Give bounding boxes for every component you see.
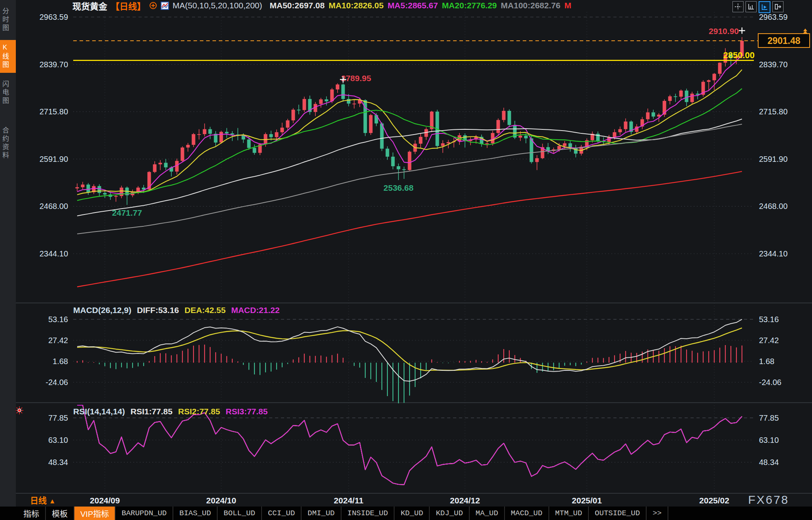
svg-text:2839.70: 2839.70 [40, 60, 68, 69]
svg-text:2468.00: 2468.00 [759, 202, 787, 211]
tab-vip指标[interactable]: VIP指标 [74, 507, 116, 520]
axis-chart-icon[interactable] [746, 1, 757, 12]
trading-app-window: { "sidebar": { "items": [ {"label": "分时图… [0, 0, 812, 520]
panel-arrow-icon[interactable] [772, 1, 784, 12]
svg-text:2471.77: 2471.77 [112, 208, 142, 217]
svg-text:48.34: 48.34 [48, 458, 68, 467]
svg-text:2910.90: 2910.90 [709, 27, 739, 36]
svg-text:2963.59: 2963.59 [40, 13, 68, 21]
ma-value-0: MA50:2697.08 [270, 1, 325, 10]
svg-text:1.68: 1.68 [53, 357, 68, 366]
svg-text:1.68: 1.68 [759, 357, 774, 366]
svg-text:2024/10: 2024/10 [206, 496, 236, 505]
chart-toolbar [732, 1, 784, 13]
indicator-tabbar: 指标模板VIP指标BARUPDN_UDBIAS_UDBOLL_UDCCI_UDD… [0, 507, 812, 520]
tab-outside-ud[interactable]: OUTSIDE_UD [589, 507, 647, 520]
svg-text:2901.48: 2901.48 [767, 36, 800, 46]
rsi1-value: RSI1:77.85 [131, 407, 173, 416]
svg-text:-24.06: -24.06 [759, 378, 782, 387]
rsi-header: RSI(14,14,14)RSI1:77.85RSI2:77.85RSI3:77… [73, 407, 273, 416]
tab-ma-ud[interactable]: MA_UD [470, 507, 505, 520]
ma-settings-label: MA(50,10,5,20,100,200) [173, 1, 262, 10]
sidebar-item-0[interactable]: 分时图 [0, 4, 16, 36]
tab-macd-ud[interactable]: MACD_UD [505, 507, 549, 520]
svg-text:63.10: 63.10 [48, 436, 68, 444]
svg-text:77.85: 77.85 [48, 414, 68, 422]
svg-text:2468.00: 2468.00 [40, 202, 68, 211]
triangle-up-icon: ▲ [49, 497, 56, 505]
ma-values: MA50:2697.08MA10:2826.05MA5:2865.67MA20:… [266, 1, 571, 10]
tab-bias-ud[interactable]: BIAS_UD [173, 507, 218, 520]
candles-layer [76, 37, 744, 205]
sidebar-item-2[interactable]: 闪电图 [0, 77, 16, 109]
macd-title: MACD(26,12,9) [73, 306, 131, 315]
tab-dmi-ud[interactable]: DMI_UD [302, 507, 341, 520]
tab-barupdn-ud[interactable]: BARUPDN_UD [116, 507, 173, 520]
svg-text:2715.80: 2715.80 [759, 107, 787, 116]
chart-canvas[interactable]: 2850.002901.482471.772789.952536.682910.… [0, 0, 812, 507]
macd-dea-value: DEA:42.55 [184, 306, 226, 315]
period-bottom-text: 日线 [30, 496, 47, 505]
svg-text:2024/09: 2024/09 [90, 496, 120, 505]
period-tag[interactable]: 【日线】 [111, 0, 146, 12]
svg-text:77.85: 77.85 [759, 414, 779, 422]
ma-value-2: MA5:2865.67 [387, 1, 438, 10]
svg-text:2025/01: 2025/01 [572, 496, 602, 505]
svg-text:53.16: 53.16 [48, 315, 68, 324]
svg-text:2025/02: 2025/02 [699, 496, 729, 505]
circle-plus-icon[interactable] [149, 2, 157, 9]
svg-text:48.34: 48.34 [759, 458, 779, 467]
axis-labels-layer: 2963.592963.592839.702839.702715.802715.… [40, 13, 788, 505]
macd-diff-value: DIFF:53.16 [137, 306, 179, 315]
tab-kd-ud[interactable]: KD_UD [395, 507, 430, 520]
tab-mtm-ud[interactable]: MTM_UD [549, 507, 589, 520]
sidebar-item-1[interactable]: K线图 [0, 40, 16, 73]
tab-inside-ud[interactable]: INSIDE_UD [341, 507, 395, 520]
svg-text:2850.00: 2850.00 [723, 50, 755, 60]
tab-指标[interactable]: 指标 [17, 507, 46, 520]
levels-layer: 2850.002901.48 [73, 28, 810, 61]
svg-text:2024/11: 2024/11 [334, 496, 364, 505]
macd-header: MACD(26,12,9)DIFF:53.16DEA:42.55MACD:21.… [73, 306, 285, 315]
svg-text:2591.90: 2591.90 [40, 155, 68, 163]
rsi-title: RSI(14,14,14) [73, 407, 125, 416]
tab-cci-ud[interactable]: CCI_UD [262, 507, 302, 520]
svg-text:2344.10: 2344.10 [759, 249, 787, 258]
ma-value-4: MA100:2682.76 [501, 1, 561, 10]
svg-text:2024/12: 2024/12 [450, 496, 480, 505]
rsi3-value: RSI3:77.85 [226, 407, 268, 416]
svg-text:2839.70: 2839.70 [759, 60, 787, 69]
svg-text:2789.95: 2789.95 [341, 74, 371, 83]
tab-boll-ud[interactable]: BOLL_UD [218, 507, 262, 520]
svg-text:2715.80: 2715.80 [40, 107, 68, 116]
left-sidebar: 分时图K线图闪电图合约资料 [0, 0, 16, 507]
svg-text:2591.90: 2591.90 [759, 155, 787, 163]
svg-text:27.42: 27.42 [48, 336, 68, 345]
alert-sun-icon[interactable] [15, 406, 24, 415]
symbol-name: 现货黄金 [72, 0, 107, 12]
tab-kdj-ud[interactable]: KDJ_UD [430, 507, 469, 520]
axis-play-icon[interactable] [759, 1, 770, 13]
ma-value-3: MA20:2776.29 [442, 1, 497, 10]
chart-header: 现货黄金 【日线】 MA(50,10,5,20,100,200) MA50:26… [72, 0, 571, 11]
period-bottom-label[interactable]: 日线 ▲ [30, 494, 56, 506]
svg-text:63.10: 63.10 [759, 436, 779, 444]
sidebar-item-3[interactable]: 合约资料 [0, 123, 16, 163]
svg-text:27.42: 27.42 [759, 336, 779, 345]
macd-macd-value: MACD:21.22 [231, 306, 280, 315]
mini-chart-icon[interactable] [161, 2, 169, 10]
svg-text:-24.06: -24.06 [46, 378, 68, 387]
svg-text:2344.10: 2344.10 [40, 249, 68, 258]
gridlines-layer [16, 12, 812, 493]
ma-value-1: MA10:2826.05 [328, 1, 383, 10]
watermark: FX678 [748, 493, 789, 507]
svg-text:53.16: 53.16 [759, 315, 779, 324]
tab-模板[interactable]: 模板 [46, 507, 74, 520]
rsi2-value: RSI2:77.85 [178, 407, 220, 416]
tab--[interactable]: >> [647, 507, 668, 520]
crosshair-icon[interactable] [732, 1, 744, 12]
svg-text:2536.68: 2536.68 [383, 183, 414, 192]
svg-text:2963.59: 2963.59 [759, 13, 787, 21]
ma-value-5: M [564, 1, 571, 10]
rsi-layer [77, 405, 742, 485]
